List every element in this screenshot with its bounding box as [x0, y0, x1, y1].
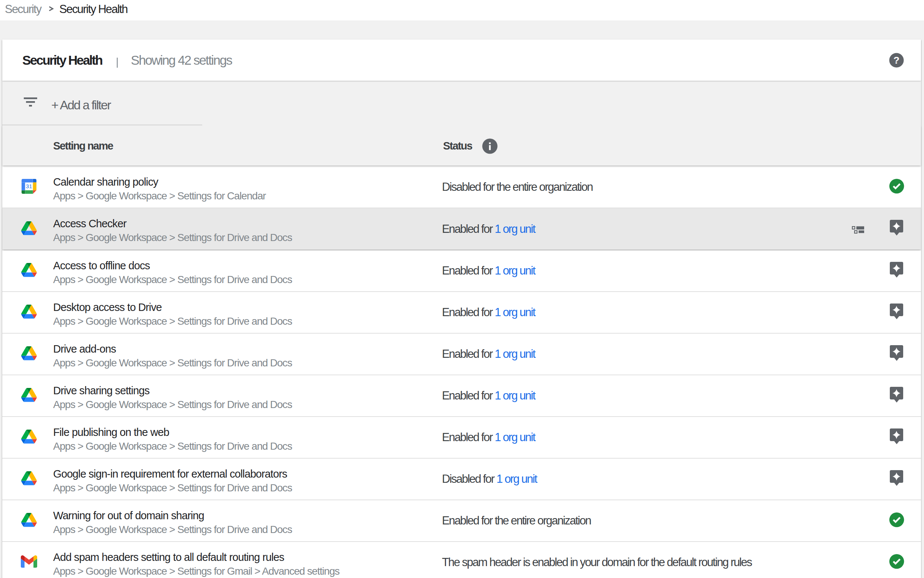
svg-text:31: 31	[26, 183, 32, 189]
svg-text:?: ?	[893, 55, 900, 66]
